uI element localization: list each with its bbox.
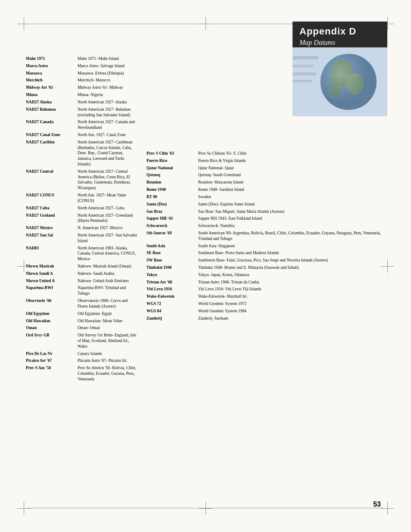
entry-name: NAD83 <box>26 246 78 262</box>
list-item: Rome 1940Rome 1940- Sardinia Island <box>146 187 385 193</box>
entry-name: SE Base <box>146 250 198 256</box>
entry-desc: Sweden <box>198 194 385 200</box>
svg-rect-14 <box>293 72 316 75</box>
entry-name: NAD27 Mexico <box>26 225 78 231</box>
entry-name: Rome 1940 <box>146 187 198 193</box>
entry-name: NAD27 Canada <box>26 119 78 131</box>
entry-desc: Reunion- Mascarene Island <box>198 180 385 185</box>
list-item: OmanOman- Oman <box>26 325 138 331</box>
entry-desc: Nahrwn- Saudi Arabia <box>78 271 138 277</box>
svg-point-11 <box>321 54 377 110</box>
entry-name: Tokyo <box>146 272 198 278</box>
globe-illustration <box>293 47 387 116</box>
entry-desc: Sapper Hill 1943- East Falkland Island <box>198 216 385 221</box>
entry-desc: Old Egyptian- Egypt <box>78 311 138 317</box>
list-item: Nhrwn Saudi ANahrwn- Saudi Arabia <box>26 271 138 277</box>
entry-desc: Massawa- Eritrea (Ethiopia) <box>78 71 138 76</box>
entry-name: WGS 84 <box>146 308 198 314</box>
list-item: NAD27 CaribbnNorth American 1927- Caribb… <box>26 140 138 167</box>
entry-name: Pico De Las Nv <box>26 351 78 357</box>
entry-name: NAD27 Grnland <box>26 213 78 224</box>
entry-name: Massawa <box>26 71 78 76</box>
list-item: NAD27 BahamasNorth American 1927- Bahama… <box>26 107 138 118</box>
entry-desc: North American 1927- Central America (Be… <box>78 169 138 191</box>
list-item: Tristan Ast '68Tristan Astro 1968- Trist… <box>146 280 385 285</box>
crosshair-bottom-right <box>381 502 394 515</box>
list-item: Mahe 1971Mahe 1971- Mahe Island <box>26 56 138 62</box>
list-item: Naparima BWINaparima BWI- Trinidad and T… <box>26 285 138 296</box>
entry-desc: Southwest Base- Faial, Graciosa, Pico, S… <box>198 258 385 263</box>
list-item: Ptcairn Ast '67Pitcairn Astro '67- Pitca… <box>26 358 138 364</box>
list-item: NAD27 San SalNorth American 1927- San Sa… <box>26 233 138 244</box>
list-item: NAD83North American 1983- Alaska, Canada… <box>26 246 138 262</box>
entry-name: Minna <box>26 92 78 98</box>
entry-desc: Nahrwn- United Arab Emirates <box>78 278 138 284</box>
entry-desc: South American '69- Argentina, Bolivia, … <box>198 230 385 242</box>
entry-name: Merchich <box>26 78 78 83</box>
entry-name: Viti Levu 1916 <box>146 286 198 292</box>
page-number: 53 <box>373 501 381 508</box>
list-item: NAD27 CentralNorth American 1927- Centra… <box>26 169 138 191</box>
entry-name: Sapper Hill '43 <box>146 216 198 221</box>
entry-name: Tristan Ast '68 <box>146 280 198 285</box>
entry-desc: North Am. 1927- Canal Zone <box>78 132 138 138</box>
entry-name: NAD27 Caribbn <box>26 140 78 167</box>
crosshair-bottom-left <box>17 502 30 515</box>
entry-desc: Old Survey Grt Britn- England, Isle of M… <box>78 333 138 349</box>
entry-name: NAD27 Alaska <box>26 100 78 105</box>
entry-name: Puerto Rico <box>146 158 198 164</box>
entry-desc: North American 1927- Bahamas (excluding … <box>78 107 138 118</box>
entry-desc: North American 1927- Greenland (Hayes Pe… <box>78 213 138 224</box>
entry-desc: Prov So Amricn '56- Bolivia, Chile, Colo… <box>78 365 138 382</box>
list-item: ReunionReunion- Mascarene Island <box>146 180 385 185</box>
left-column: Mahe 1971Mahe 1971- Mahe IslandMarco Ast… <box>26 56 138 384</box>
entry-desc: Marco Astro- Salvage Island <box>78 63 138 69</box>
entry-desc: Midway Astro '61- Midway <box>78 85 138 90</box>
entry-desc: North Am. 1927- Mean Value (CONUS) <box>78 193 138 204</box>
list-item: SchwarzeckSchwarzeck- Namibia <box>146 223 385 229</box>
list-item: NAD27 AlaskaNorth American 1927- Alaska <box>26 100 138 105</box>
list-item: WGS 72World Geodetic System 1972 <box>146 301 385 307</box>
entry-desc: Wake-Eniwetok- Marshall Isl. <box>198 294 385 299</box>
entry-desc: Mahe 1971- Mahe Island <box>78 56 138 62</box>
entry-name: Ord Srvy GB <box>26 333 78 349</box>
list-item: NAD27 CubaNorth American 1927- Cuba <box>26 205 138 211</box>
list-item: Ord Srvy GBOld Survey Grt Britn- England… <box>26 333 138 349</box>
list-item: RT 90Sweden <box>146 194 385 200</box>
list-item: Qatar NationalQatar National- Qatar <box>146 165 385 171</box>
entry-desc: Merchich- Morocco <box>78 78 138 83</box>
entry-desc: Canary Islands <box>78 351 138 357</box>
entry-name: Obsrvtorio '66 <box>26 298 78 309</box>
entry-desc: Rome 1940- Sardinia Island <box>198 187 385 193</box>
list-item: NAD27 Canal ZoneNorth Am. 1927- Canal Zo… <box>26 132 138 138</box>
list-item: NAD27 CanadaNorth American 1927- Canada … <box>26 119 138 131</box>
entry-desc: Prov So Chilean '63- S. Chile <box>198 151 385 156</box>
list-item: Sth Amrcn '69South American '69- Argenti… <box>146 230 385 242</box>
entry-desc: Schwarzeck- Namibia <box>198 223 385 229</box>
list-item: SW BaseSouthwest Base- Faial, Graciosa, … <box>146 258 385 263</box>
entry-desc: World Geodetic System 1972 <box>198 301 385 307</box>
list-item: Viti Levu 1916Viti Levu 1916- Viti Levu/… <box>146 286 385 292</box>
list-item: Pico De Las NvCanary Islands <box>26 351 138 357</box>
entry-name: NAD27 Canal Zone <box>26 132 78 138</box>
list-item: NAD27 MexicoN. American 1927- Mexico <box>26 225 138 231</box>
entry-desc: Tokyo- Japan, Korea, Okinawa <box>198 272 385 278</box>
appendix-title: Appendix D <box>299 26 380 37</box>
entry-name: South Asia <box>146 243 198 249</box>
entry-name: NAD27 Central <box>26 169 78 191</box>
entry-desc: North American 1927- Caribbean (Barbados… <box>78 140 138 167</box>
entry-name: NAD27 CONUS <box>26 193 78 204</box>
entry-name: SW Base <box>146 258 198 263</box>
entry-name: Naparima BWI <box>26 285 78 296</box>
list-item: Midway Ast '61Midway Astro '61- Midway <box>26 85 138 90</box>
entry-desc: South Asia- Singapore <box>198 243 385 249</box>
list-item: South AsiaSouth Asia- Singapore <box>146 243 385 249</box>
crosshair-mid-right <box>381 260 394 273</box>
entry-desc: Timbalai 1948- Brunei and E. Malaysia (S… <box>198 265 385 271</box>
entry-desc: Pitcairn Astro '67- Pitcairn Isl. <box>78 358 138 364</box>
entry-desc: Tristan Astro 1968- Tristan da Cunha <box>198 280 385 285</box>
entry-name: Qatar National <box>146 165 198 171</box>
entry-desc: World Geodetic System 1984 <box>198 308 385 314</box>
entry-desc: Observatorio 1966- Corvo and Flores Isla… <box>78 298 138 309</box>
entry-desc: Sao Braz- Sao Miguel, Santa Maria Island… <box>198 209 385 215</box>
